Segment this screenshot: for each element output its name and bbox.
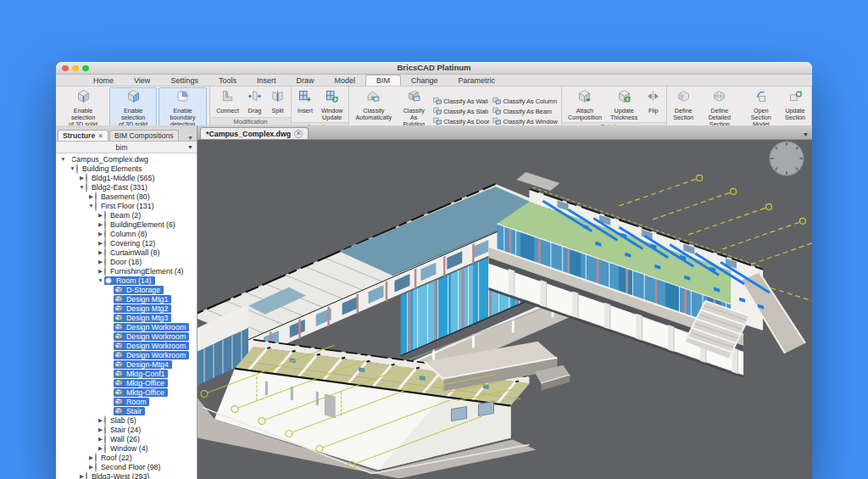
tree-node-content: Window (4)	[104, 444, 149, 453]
disclosure-closed-icon[interactable]: ▶	[97, 426, 104, 433]
button-update-thickness[interactable]: Update Thickness	[607, 87, 641, 122]
panel-tab-structure[interactable]: Structure✕	[58, 130, 108, 141]
tree-node-first-floor-131[interactable]: ▼First Floor (131)	[56, 201, 197, 210]
title-bar[interactable]: BricsCAD Platinum	[56, 62, 812, 75]
document-tab[interactable]: *Campus_Complex.dwg ✕	[200, 127, 309, 139]
disclosure-closed-icon[interactable]: ▶	[87, 454, 95, 461]
section-update-icon	[788, 89, 803, 107]
view-compass[interactable]	[770, 142, 804, 175]
ribbon-tab-parametric[interactable]: Parametric	[448, 75, 506, 86]
disclosure-closed-icon[interactable]: ▶	[97, 259, 104, 265]
button-window-update[interactable]: Window Update	[318, 87, 347, 122]
ribbon-tab-settings[interactable]: Settings	[160, 75, 209, 86]
button-attach-composition[interactable]: Attach Composition	[565, 87, 605, 122]
close-document-icon[interactable]: ✕	[294, 130, 303, 138]
tree-node-design-mtg1[interactable]: Design Mtg1	[56, 294, 197, 304]
tree-node-stair-24[interactable]: ▶Stair (24)	[56, 425, 197, 434]
disclosure-closed-icon[interactable]: ▶	[87, 193, 95, 200]
tree-node-slab-5[interactable]: ▶Slab (5)	[56, 415, 197, 425]
disclosure-closed-icon[interactable]: ▶	[78, 473, 86, 479]
disclosure-closed-icon[interactable]: ▶	[97, 249, 104, 256]
tree-node-second-floor-98[interactable]: ▶Second Floor (98)	[56, 462, 197, 471]
tree-node-design-workroom[interactable]: Design Workroom	[56, 331, 197, 341]
button-classify-as-column[interactable]: Classify As Column	[492, 97, 557, 106]
disclosure-closed-icon[interactable]: ▶	[97, 436, 104, 443]
tree-node-mktg-office[interactable]: Mktg-Office	[56, 387, 197, 397]
button-flip[interactable]: Flip	[643, 87, 664, 122]
button-classify-as-beam[interactable]: Classify As Beam	[492, 107, 557, 116]
ribbon-tab-tools[interactable]: Tools	[209, 75, 247, 86]
tree-node-buildingelement-6[interactable]: ▶BuildingElement (6)	[56, 220, 197, 229]
button-classify-as-window[interactable]: Classify As Window	[492, 117, 557, 126]
tree-node-mktg-conf1[interactable]: Mktg-Conf1	[56, 369, 197, 378]
tree-node-window-4[interactable]: ▶Window (4)	[56, 443, 197, 453]
tree-node-design-workroom[interactable]: Design Workroom	[56, 341, 197, 350]
disclosure-open-icon[interactable]: ▼	[59, 156, 67, 162]
ribbon-tab-change[interactable]: Change	[401, 75, 448, 86]
button-define-section[interactable]: Define Section	[670, 87, 697, 128]
structure-filter-dropdown[interactable]: bim ▼	[56, 142, 197, 153]
tree-node-column-8[interactable]: ▶Column (8)	[56, 229, 197, 238]
tree-node-room[interactable]: Room	[56, 397, 197, 406]
disclosure-closed-icon[interactable]: ▶	[97, 240, 104, 247]
tree-node-stair[interactable]: Stair	[56, 406, 197, 415]
tree-node-design-workroom[interactable]: Design Workroom	[56, 350, 197, 359]
disclosure-closed-icon[interactable]: ▶	[87, 464, 95, 471]
disclosure-open-icon[interactable]: ▼	[69, 165, 76, 171]
disclosure-closed-icon[interactable]: ▶	[97, 417, 104, 424]
tree-node-d-storage[interactable]: D-Storage	[56, 285, 197, 294]
ribbon-tab-model[interactable]: Model	[324, 75, 365, 86]
tree-node-design-mtg2[interactable]: Design Mtg2	[56, 304, 197, 313]
tree-node-curtainwall-8[interactable]: ▶CurtainWall (8)	[56, 248, 197, 257]
tree-node-building-elements[interactable]: ▼Building Elements	[56, 164, 197, 173]
disclosure-closed-icon[interactable]: ▶	[78, 175, 86, 181]
tree-node-furnishingelement-4[interactable]: ▶FurnishingElement (4)	[56, 266, 197, 276]
tree-node-roof-22[interactable]: ▶Roof (22)	[56, 453, 197, 462]
disclosure-closed-icon[interactable]: ▶	[97, 445, 104, 452]
viewport-3d[interactable]	[198, 140, 812, 479]
tree-node-covering-12[interactable]: ▶Covering (12)	[56, 238, 197, 248]
tree-node-bldg2-east-331[interactable]: ▼Bldg2-East (331)	[56, 182, 197, 192]
disclosure-closed-icon[interactable]: ▶	[97, 221, 104, 228]
node-circle-icon	[104, 257, 106, 267]
disclosure-closed-icon[interactable]: ▶	[97, 212, 104, 219]
ribbon-tab-bim[interactable]: BIM	[365, 75, 401, 86]
tree-node-design-mtg4[interactable]: Design-Mtg4	[56, 359, 197, 369]
disclosure-closed-icon[interactable]: ▶	[97, 268, 104, 275]
tree-node-bldg3-west-293[interactable]: ▶Bldg3-West (293)	[56, 471, 197, 479]
ribbon-tab-insert[interactable]: Insert	[247, 75, 287, 86]
button-classify-as-door[interactable]: Classify As Door	[433, 117, 489, 126]
tree-node-campus-complex-dwg[interactable]: ▼Campus_Complex.dwg	[56, 154, 197, 164]
button-insert[interactable]: Insert	[294, 87, 316, 122]
tree-node-mktg-office[interactable]: Mktg-Office	[56, 378, 197, 387]
panel-tab-bim-compositions[interactable]: BIM Compositions	[109, 130, 179, 141]
close-panel-icon[interactable]: ✕	[97, 132, 103, 140]
button-split[interactable]: Split	[267, 87, 288, 117]
button-drag[interactable]: Drag	[244, 87, 265, 117]
ribbon-tab-home[interactable]: Home	[83, 75, 124, 86]
disclosure-open-icon[interactable]: ▼	[78, 184, 86, 190]
structure-panel: Structure✕BIM Compositions▼ bim ▼ ▼Campu…	[56, 125, 198, 479]
disclosure-open-icon[interactable]: ▼	[97, 277, 104, 283]
tree-node-room-14[interactable]: ▼Room (14)	[56, 276, 197, 285]
button-define-detailed-section[interactable]: Define Detailed Section	[698, 87, 740, 128]
tree-node-wall-26[interactable]: ▶Wall (26)	[56, 434, 197, 443]
tree-node-door-18[interactable]: ▶Door (18)	[56, 257, 197, 266]
button-open-section-model[interactable]: Open Section Model	[742, 87, 780, 128]
panel-overflow-caret-icon[interactable]: ▼	[187, 135, 195, 141]
button-connect[interactable]: Connect	[213, 87, 242, 117]
tree-node-content: Design Workroom	[114, 342, 189, 350]
tree-node-bldg1-middle-565[interactable]: ▶Bldg1-Middle (565)	[56, 173, 197, 182]
tree-node-design-mtg3[interactable]: Design Mtg3	[56, 313, 197, 322]
button-label: Classify As Slab	[443, 108, 488, 115]
tree-node-design-workroom[interactable]: Design Workroom	[56, 322, 197, 331]
tab-list-caret-icon[interactable]: ▼	[803, 131, 812, 139]
button-update-section[interactable]: Update Section	[782, 87, 809, 128]
ribbon-tab-view[interactable]: View	[124, 75, 160, 86]
ribbon-tab-draw[interactable]: Draw	[286, 75, 324, 86]
tree-node-beam-2[interactable]: ▶Beam (2)	[56, 210, 197, 220]
disclosure-open-icon[interactable]: ▼	[87, 203, 95, 209]
tree-node-basement-80[interactable]: ▶Basement (80)	[56, 192, 197, 201]
disclosure-closed-icon[interactable]: ▶	[97, 231, 104, 237]
document-tab-bar: *Campus_Complex.dwg ✕ ▼	[198, 125, 812, 140]
